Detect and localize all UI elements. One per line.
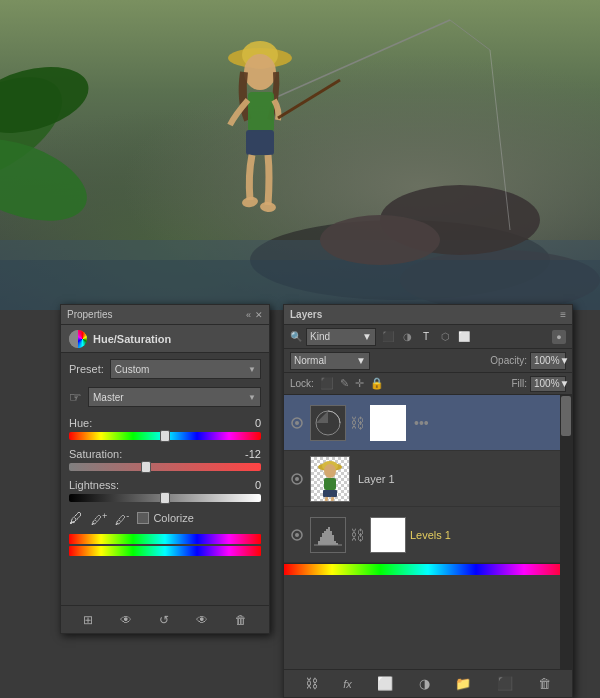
colorize-label: Colorize bbox=[153, 512, 193, 524]
svg-rect-15 bbox=[248, 92, 274, 132]
blend-mode-value: Normal bbox=[294, 355, 326, 366]
svg-point-17 bbox=[241, 196, 258, 209]
filter-smart-icon[interactable]: ⬜ bbox=[456, 329, 472, 345]
properties-titlebar: Properties « ✕ bbox=[61, 305, 269, 325]
layers-list: ⛓ ••• bbox=[284, 395, 572, 669]
hue-label: Hue: bbox=[69, 417, 92, 429]
svg-point-8 bbox=[320, 215, 440, 265]
properties-title: Properties bbox=[67, 309, 113, 320]
colorize-checkbox[interactable] bbox=[137, 512, 149, 524]
eyedropper-icon[interactable]: 🖊 bbox=[69, 510, 83, 526]
lock-move-icon[interactable]: ✛ bbox=[355, 377, 364, 390]
hue-track[interactable] bbox=[69, 432, 261, 440]
saturation-thumb[interactable] bbox=[141, 461, 151, 473]
properties-header: Hue/Saturation bbox=[61, 325, 269, 353]
delete-footer-icon[interactable]: 🗑 bbox=[235, 613, 247, 627]
hue-thumb[interactable] bbox=[160, 430, 170, 442]
layers-title: Layers bbox=[290, 309, 322, 320]
reset-footer-icon[interactable]: ↺ bbox=[159, 613, 169, 627]
saturation-slider-group: Saturation: -12 bbox=[69, 448, 261, 471]
canvas-area bbox=[0, 0, 600, 310]
fill-value-text: 100% bbox=[534, 378, 560, 389]
svg-point-33 bbox=[295, 533, 299, 537]
adjustment-mask-thumb bbox=[370, 405, 406, 441]
layer-row-1[interactable]: Layer 1 ⊞ bbox=[284, 451, 572, 507]
fill-input[interactable]: 100% ▼ bbox=[530, 376, 566, 392]
layer-row-levels[interactable]: ⛓ Levels 1 bbox=[284, 507, 572, 563]
new-adjustment-icon[interactable]: ◑ bbox=[419, 676, 430, 691]
delete-layer-icon[interactable]: 🗑 bbox=[538, 676, 551, 691]
properties-close-btn[interactable]: ✕ bbox=[255, 310, 263, 320]
svg-rect-16 bbox=[246, 130, 274, 155]
layer-kind-dropdown[interactable]: Kind ▼ bbox=[306, 328, 376, 346]
svg-point-24 bbox=[295, 477, 299, 481]
lightness-thumb[interactable] bbox=[160, 492, 170, 504]
hue-label-row: Hue: 0 bbox=[69, 417, 261, 429]
adjustment-layer-more[interactable]: ••• bbox=[414, 415, 429, 431]
layer-row-adjustment[interactable]: ⛓ ••• bbox=[284, 395, 572, 451]
new-layer-icon[interactable]: ⬛ bbox=[497, 676, 513, 691]
layer-chain-adjustment[interactable]: ⛓ bbox=[350, 415, 364, 431]
filter-adjustment-icon[interactable]: ◑ bbox=[399, 329, 415, 345]
saturation-label: Saturation: bbox=[69, 448, 122, 460]
svg-point-18 bbox=[260, 201, 277, 212]
svg-marker-34 bbox=[314, 527, 342, 545]
channel-row: ☞ Master ▼ bbox=[69, 387, 261, 407]
properties-collapse-btn[interactable]: « bbox=[246, 310, 251, 320]
colorize-checkbox-group[interactable]: Colorize bbox=[137, 512, 193, 524]
opacity-label: Opacity: bbox=[490, 355, 527, 366]
opacity-input[interactable]: 100% ▼ bbox=[530, 352, 566, 370]
add-mask-icon[interactable]: ⬜ bbox=[377, 676, 393, 691]
layer-kind-value: Kind bbox=[310, 331, 330, 342]
layer-chain-levels[interactable]: ⛓ bbox=[350, 527, 364, 543]
link-layers-icon[interactable]: ⛓ bbox=[305, 676, 318, 691]
filter-pixel-icon[interactable]: ⬛ bbox=[380, 329, 396, 345]
layers-panel: Layers ≡ 🔍 Kind ▼ ⬛ ◑ T ⬡ ⬜ ● Normal ▼ O… bbox=[283, 304, 573, 698]
levels-layer-icon bbox=[310, 517, 346, 553]
filter-type-icon[interactable]: T bbox=[418, 329, 434, 345]
fill-label: Fill: bbox=[511, 378, 527, 389]
lock-brush-icon[interactable]: ✎ bbox=[340, 377, 349, 390]
layers-menu-icon[interactable]: ≡ bbox=[560, 309, 566, 320]
properties-footer: ⊞ 👁 ↺ 👁 🗑 bbox=[61, 605, 269, 633]
spectrum-bottom-bar bbox=[69, 546, 261, 556]
lock-transparency-icon[interactable]: ⬛ bbox=[320, 377, 334, 390]
blend-mode-dropdown[interactable]: Normal ▼ bbox=[290, 352, 370, 370]
hue-value: 0 bbox=[255, 417, 261, 429]
svg-line-9 bbox=[270, 20, 450, 100]
layer-fx-icon[interactable]: fx bbox=[343, 678, 352, 690]
layers-titlebar: Layers ≡ bbox=[284, 305, 572, 325]
properties-titlebar-left: Properties bbox=[67, 309, 113, 320]
layers-scroll-thumb[interactable] bbox=[561, 396, 571, 436]
mask-footer-icon[interactable]: ⊞ bbox=[83, 613, 93, 627]
eye-footer-icon[interactable]: 👁 bbox=[120, 613, 132, 627]
preset-row: Preset: Custom ▼ bbox=[69, 359, 261, 379]
layer-visibility-1[interactable] bbox=[288, 470, 306, 488]
layer-visibility-levels[interactable] bbox=[288, 526, 306, 544]
preset-dropdown-arrow: ▼ bbox=[248, 365, 256, 374]
preview-footer-icon[interactable]: 👁 bbox=[196, 613, 208, 627]
layers-color-strip bbox=[284, 563, 572, 575]
hand-tool-icon[interactable]: ☞ bbox=[69, 389, 82, 405]
opacity-group: Opacity: 100% ▼ bbox=[490, 352, 566, 370]
layer-visibility-adjustment[interactable] bbox=[288, 414, 306, 432]
lightness-track[interactable] bbox=[69, 494, 261, 502]
opacity-value-text: 100% bbox=[534, 355, 560, 366]
filter-shape-icon[interactable]: ⬡ bbox=[437, 329, 453, 345]
saturation-track[interactable] bbox=[69, 463, 261, 471]
layers-scrollbar[interactable] bbox=[560, 395, 572, 669]
eyedropper-plus-icon[interactable]: 🖊+ bbox=[91, 511, 107, 526]
svg-line-31 bbox=[332, 497, 333, 501]
levels-mask-thumb bbox=[370, 517, 406, 553]
preset-dropdown[interactable]: Custom ▼ bbox=[110, 359, 261, 379]
saturation-value: -12 bbox=[245, 448, 261, 460]
lightness-slider-group: Lightness: 0 bbox=[69, 479, 261, 502]
lock-all-icon[interactable]: 🔒 bbox=[370, 377, 384, 390]
filter-toggle[interactable]: ● bbox=[552, 330, 566, 344]
layers-lock-bar: Lock: ⬛ ✎ ✛ 🔒 Fill: 100% ▼ bbox=[284, 373, 572, 395]
filter-search-icon: 🔍 bbox=[290, 331, 302, 342]
channel-dropdown[interactable]: Master ▼ bbox=[88, 387, 261, 407]
new-group-icon[interactable]: 📁 bbox=[455, 676, 471, 691]
eyedropper-minus-icon[interactable]: 🖊- bbox=[115, 511, 129, 526]
svg-rect-3 bbox=[0, 260, 600, 310]
